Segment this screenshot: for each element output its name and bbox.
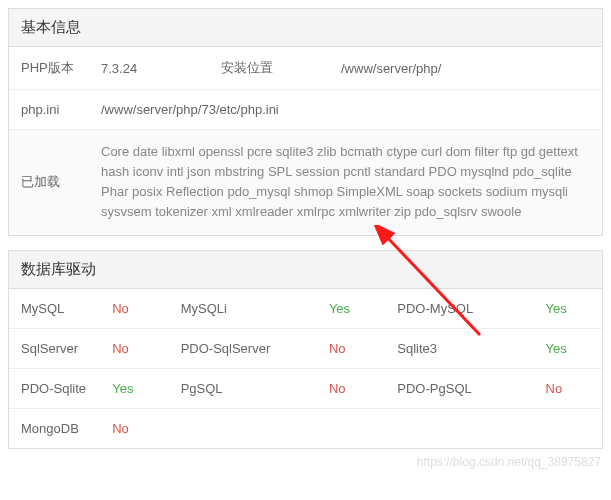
driver-status: No xyxy=(534,368,602,408)
php-version-value: 7.3.24 xyxy=(89,47,209,90)
table-row: PDO-SqliteYesPgSQLNoPDO-PgSQLNo xyxy=(9,368,602,408)
driver-label: PDO-MySQL xyxy=(385,289,533,329)
loaded-extensions-value: Core date libxml openssl pcre sqlite3 zl… xyxy=(89,130,602,235)
driver-label: SqlServer xyxy=(9,328,100,368)
basic-info-panel: 基本信息 PHP版本 7.3.24 安装位置 /www/server/php/ … xyxy=(8,8,603,236)
install-path-value: /www/server/php/ xyxy=(329,47,602,90)
phpini-label: php.ini xyxy=(9,90,89,130)
driver-status: Yes xyxy=(100,368,168,408)
driver-label: PgSQL xyxy=(169,368,317,408)
table-row: php.ini /www/server/php/73/etc/php.ini xyxy=(9,90,602,130)
driver-label: MySQL xyxy=(9,289,100,329)
driver-status: No xyxy=(100,289,168,329)
driver-label: MySQLi xyxy=(169,289,317,329)
driver-label xyxy=(169,408,317,448)
table-row: SqlServerNoPDO-SqlServerNoSqlite3Yes xyxy=(9,328,602,368)
driver-label: PDO-Sqlite xyxy=(9,368,100,408)
driver-status: No xyxy=(100,408,168,448)
driver-status: Yes xyxy=(534,289,602,329)
table-row: MongoDBNo xyxy=(9,408,602,448)
basic-info-header: 基本信息 xyxy=(9,9,602,47)
driver-label xyxy=(385,408,533,448)
driver-status xyxy=(534,408,602,448)
driver-status: Yes xyxy=(534,328,602,368)
driver-status: No xyxy=(317,328,385,368)
db-drivers-table: MySQLNoMySQLiYesPDO-MySQLYesSqlServerNoP… xyxy=(9,289,602,448)
driver-label: Sqlite3 xyxy=(385,328,533,368)
driver-status xyxy=(317,408,385,448)
phpini-value: /www/server/php/73/etc/php.ini xyxy=(89,90,602,130)
driver-label: MongoDB xyxy=(9,408,100,448)
table-row: MySQLNoMySQLiYesPDO-MySQLYes xyxy=(9,289,602,329)
db-drivers-panel: 数据库驱动 MySQLNoMySQLiYesPDO-MySQLYesSqlSer… xyxy=(8,250,603,449)
table-row: PHP版本 7.3.24 安装位置 /www/server/php/ xyxy=(9,47,602,90)
table-row: 已加载 Core date libxml openssl pcre sqlite… xyxy=(9,130,602,235)
driver-status: Yes xyxy=(317,289,385,329)
driver-label: PDO-SqlServer xyxy=(169,328,317,368)
db-drivers-header: 数据库驱动 xyxy=(9,251,602,289)
basic-info-table: PHP版本 7.3.24 安装位置 /www/server/php/ php.i… xyxy=(9,47,602,235)
install-path-label: 安装位置 xyxy=(209,47,329,90)
driver-label: PDO-PgSQL xyxy=(385,368,533,408)
loaded-label: 已加载 xyxy=(9,130,89,235)
watermark-text: https://blog.csdn.net/qq_38975827 xyxy=(417,455,601,469)
driver-status: No xyxy=(317,368,385,408)
driver-status: No xyxy=(100,328,168,368)
php-version-label: PHP版本 xyxy=(9,47,89,90)
